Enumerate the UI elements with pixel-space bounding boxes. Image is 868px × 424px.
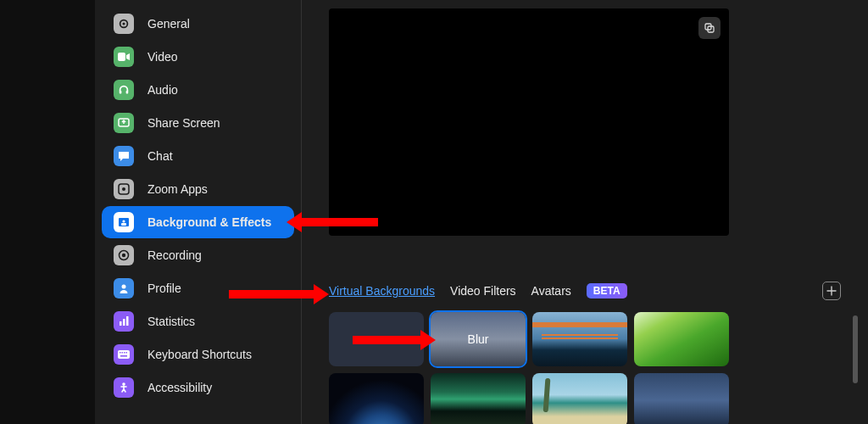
sidebar-item-label: Keyboard Shortcuts bbox=[147, 348, 252, 361]
sidebar-item-label: Share Screen bbox=[147, 116, 220, 130]
sidebar-item-label: Audio bbox=[147, 83, 178, 97]
tab-video-filters[interactable]: Video Filters bbox=[450, 284, 516, 298]
background-tabs: Virtual Backgrounds Video Filters Avatar… bbox=[329, 282, 848, 300]
background-thumb-blur[interactable]: Blur bbox=[431, 312, 526, 366]
main-panel: Virtual Backgrounds Video Filters Avatar… bbox=[302, 0, 868, 424]
background-grid: Blur bbox=[329, 312, 736, 424]
sidebar-item-label: Video bbox=[147, 50, 178, 64]
vertical-scrollbar[interactable] bbox=[853, 315, 858, 383]
profile-icon bbox=[114, 278, 134, 298]
svg-rect-16 bbox=[126, 316, 129, 326]
sidebar-item-profile[interactable]: Profile bbox=[102, 272, 294, 304]
tab-virtual-backgrounds[interactable]: Virtual Backgrounds bbox=[329, 284, 435, 298]
keyboard-icon bbox=[114, 344, 134, 365]
svg-point-12 bbox=[122, 254, 125, 257]
sidebar-item-keyboard-shortcuts[interactable]: Keyboard Shortcuts bbox=[102, 338, 294, 371]
sidebar-item-label: Background & Effects bbox=[147, 215, 271, 229]
svg-point-1 bbox=[122, 22, 125, 25]
svg-rect-17 bbox=[118, 350, 130, 359]
thumb-label: Blur bbox=[431, 312, 526, 366]
svg-rect-10 bbox=[121, 223, 126, 226]
background-thumb-grass[interactable] bbox=[634, 312, 729, 366]
sidebar-item-label: Chat bbox=[147, 149, 173, 163]
svg-rect-3 bbox=[120, 91, 122, 94]
svg-rect-4 bbox=[126, 91, 129, 94]
settings-sidebar: General Video Audio Share Screen Chat Zo… bbox=[95, 0, 302, 424]
headphones-icon bbox=[114, 80, 134, 100]
mirror-toggle-button[interactable] bbox=[698, 17, 721, 39]
settings-icon bbox=[114, 14, 134, 34]
share-icon bbox=[114, 113, 134, 133]
sidebar-item-general[interactable]: General bbox=[102, 8, 294, 40]
background-thumb-aurora[interactable] bbox=[431, 373, 526, 424]
background-thumb-bridge[interactable] bbox=[532, 312, 627, 366]
accessibility-icon bbox=[114, 377, 134, 398]
sidebar-item-label: Recording bbox=[147, 248, 202, 262]
sidebar-item-label: Statistics bbox=[147, 315, 195, 328]
sidebar-item-video[interactable]: Video bbox=[102, 41, 294, 73]
svg-point-9 bbox=[122, 220, 125, 222]
svg-point-7 bbox=[122, 187, 125, 191]
svg-rect-21 bbox=[126, 352, 128, 354]
svg-point-13 bbox=[122, 285, 126, 289]
background-thumb-mountain[interactable] bbox=[634, 373, 729, 424]
background-thumb-beach[interactable] bbox=[532, 373, 627, 424]
sidebar-item-label: Accessibility bbox=[147, 381, 212, 394]
svg-rect-18 bbox=[120, 352, 121, 354]
background-icon bbox=[114, 212, 134, 232]
mirror-icon bbox=[704, 22, 715, 34]
video-icon bbox=[114, 47, 134, 67]
svg-rect-20 bbox=[124, 352, 125, 354]
sidebar-item-accessibility[interactable]: Accessibility bbox=[102, 371, 294, 404]
svg-rect-19 bbox=[122, 352, 124, 354]
sidebar-item-audio[interactable]: Audio bbox=[102, 74, 294, 106]
plus-icon bbox=[826, 286, 837, 296]
sidebar-item-recording[interactable]: Recording bbox=[102, 239, 294, 271]
background-thumb-none[interactable] bbox=[329, 312, 424, 366]
sidebar-item-statistics[interactable]: Statistics bbox=[102, 305, 294, 338]
apps-icon bbox=[114, 179, 134, 199]
chat-icon bbox=[114, 146, 134, 166]
svg-rect-2 bbox=[118, 53, 125, 61]
sidebar-item-label: General bbox=[147, 17, 190, 31]
sidebar-item-chat[interactable]: Chat bbox=[102, 140, 294, 172]
sidebar-item-background-effects[interactable]: Background & Effects bbox=[102, 206, 294, 238]
svg-rect-15 bbox=[123, 319, 125, 326]
background-thumb-earth[interactable] bbox=[329, 373, 424, 424]
record-icon bbox=[114, 245, 134, 265]
svg-rect-14 bbox=[120, 321, 122, 326]
svg-rect-22 bbox=[120, 355, 127, 357]
sidebar-item-zoom-apps[interactable]: Zoom Apps bbox=[102, 173, 294, 205]
video-preview bbox=[329, 8, 729, 236]
beta-badge: BETA bbox=[587, 283, 627, 298]
tab-avatars[interactable]: Avatars bbox=[531, 284, 571, 298]
stats-icon bbox=[114, 311, 134, 332]
sidebar-item-label: Profile bbox=[147, 282, 181, 295]
add-background-button[interactable] bbox=[822, 282, 841, 300]
sidebar-item-share-screen[interactable]: Share Screen bbox=[102, 107, 294, 139]
sidebar-item-label: Zoom Apps bbox=[147, 182, 208, 196]
